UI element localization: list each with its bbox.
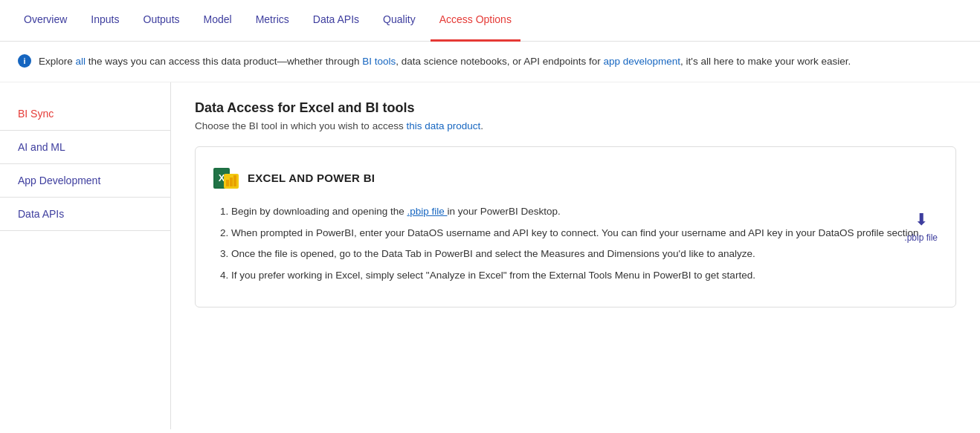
nav-item-inputs[interactable]: Inputs	[82, 0, 128, 42]
nav-item-quality[interactable]: Quality	[374, 0, 425, 42]
main-layout: BI Sync AI and ML App Development Data A…	[0, 82, 980, 429]
sidebar: BI Sync AI and ML App Development Data A…	[0, 82, 171, 429]
card-step-2: When prompted in PowerBI, enter your Dat…	[231, 225, 938, 242]
excel-powerbi-icon: X	[213, 165, 240, 192]
card-step-3: Once the file is opened, go to the Data …	[231, 246, 938, 263]
content-title: Data Access for Excel and BI tools	[195, 100, 956, 116]
sidebar-item-bi-sync[interactable]: BI Sync	[0, 97, 170, 131]
nav-item-overview[interactable]: Overview	[15, 0, 76, 42]
info-app-dev-link[interactable]: app development	[603, 56, 680, 67]
download-icon: ⬇	[915, 210, 928, 229]
data-product-link[interactable]: this data product	[406, 120, 480, 131]
info-bi-tools-link[interactable]: BI tools	[362, 56, 396, 67]
main-content: Data Access for Excel and BI tools Choos…	[171, 82, 980, 429]
nav-item-model[interactable]: Model	[195, 0, 241, 42]
card-title: EXCEL AND POWER BI	[248, 172, 375, 184]
nav-item-metrics[interactable]: Metrics	[247, 0, 298, 42]
nav-item-data-apis[interactable]: Data APIs	[304, 0, 368, 42]
nav-item-outputs[interactable]: Outputs	[135, 0, 189, 42]
svg-rect-5	[230, 178, 233, 186]
svg-rect-6	[233, 175, 236, 186]
card-step-4: If you prefer working in Excel, simply s…	[231, 267, 938, 284]
info-banner-text: Explore all the ways you can access this…	[39, 53, 851, 70]
download-pbip-button[interactable]: ⬇ .pbip file	[904, 210, 938, 243]
pbip-file-link[interactable]: .pbip file	[407, 206, 447, 217]
excel-powerbi-card: X EXCEL AND POWER BI Begin by downloadin…	[195, 146, 956, 308]
card-header: X EXCEL AND POWER BI	[213, 165, 938, 192]
card-steps-list: Begin by downloading and opening the .pb…	[213, 204, 938, 285]
nav-item-access-options[interactable]: Access Options	[431, 0, 520, 42]
card-step-1: Begin by downloading and opening the .pb…	[231, 204, 938, 221]
content-subtitle: Choose the BI tool in which you wish to …	[195, 120, 956, 131]
download-label: .pbip file	[904, 232, 938, 243]
sidebar-item-app-development[interactable]: App Development	[0, 164, 170, 198]
info-icon: i	[18, 54, 31, 68]
top-navigation: Overview Inputs Outputs Model Metrics Da…	[0, 0, 980, 42]
sidebar-item-ai-ml[interactable]: AI and ML	[0, 131, 170, 164]
svg-rect-4	[226, 180, 229, 186]
sidebar-item-data-apis[interactable]: Data APIs	[0, 198, 170, 231]
info-all-link[interactable]: all	[76, 56, 86, 67]
info-banner: i Explore all the ways you can access th…	[0, 42, 980, 82]
